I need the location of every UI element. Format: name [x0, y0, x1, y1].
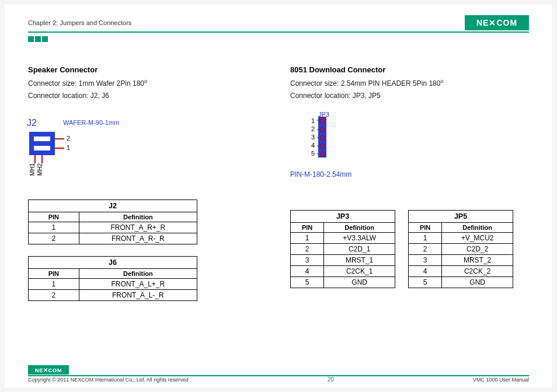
table-jp5-caption: JP5 — [408, 210, 513, 222]
cell: +V3.3ALW — [324, 232, 395, 243]
table-j2-caption: J2 — [28, 200, 197, 212]
table-row: 4C2CK_1 — [291, 265, 395, 276]
table-row: PIN Definition — [291, 222, 395, 232]
mh1-label: MH1 — [29, 163, 36, 176]
cell: 4 — [291, 265, 324, 276]
cell: FRONT_A_R-_R — [79, 233, 197, 244]
download-connector-title: 8051 Download Connector — [290, 65, 529, 74]
table-jp3-caption: JP3 — [290, 210, 395, 222]
decor-squares — [28, 36, 529, 42]
svg-text:1: 1 — [67, 144, 70, 151]
speaker-size: Connector size: 1mm Wafer 2Pin 180o — [28, 78, 267, 89]
cell: FRONT_A_L-_R — [79, 289, 197, 300]
cell: 1 — [291, 232, 324, 243]
j2-diagram: J2 WAFER-M-90-1mm 2 1 MH1 — [28, 118, 267, 188]
col-def: Definition — [79, 268, 197, 278]
cell: GND — [324, 276, 395, 288]
table-row: 1+V_MCU2 — [409, 232, 513, 243]
cell: +V_MCU2 — [442, 232, 513, 243]
cell: C2CK_1 — [324, 265, 395, 276]
table-row: 3MRST_2 — [409, 254, 513, 265]
left-tables: J2 PIN Definition 1FRONT_A_R+_R 2FRONT_A… — [28, 200, 197, 301]
download-location: Connector location: JP3, JP5 — [290, 91, 529, 101]
table-row: 2C2D_2 — [409, 243, 513, 254]
table-row: 1+V3.3ALW — [291, 232, 395, 243]
table-row: 2FRONT_A_L-_R — [29, 289, 197, 300]
cell: 2 — [409, 243, 442, 254]
col-def: Definition — [442, 222, 513, 232]
footer: NE✕COM Copyright © 2011 NEXCOM Internati… — [28, 365, 529, 383]
left-column: Speaker Connector Connector size: 1mm Wa… — [28, 65, 267, 301]
download-size: Connector size: 2.54mm PIN HEADER 5Pin 1… — [290, 78, 529, 89]
table-row: PIN Definition — [29, 212, 197, 222]
cell: GND — [442, 276, 513, 288]
col-pin: PIN — [29, 212, 79, 222]
header-rule — [28, 32, 529, 33]
svg-text:2: 2 — [67, 135, 70, 142]
col-pin: PIN — [29, 268, 79, 278]
pin-num: 3 — [309, 133, 315, 141]
brand-text: NE✕COM — [476, 18, 517, 27]
content: Speaker Connector Connector size: 1mm Wa… — [28, 65, 529, 301]
degree-symbol: o — [440, 78, 443, 84]
table-j2: J2 PIN Definition 1FRONT_A_R+_R 2FRONT_A… — [28, 200, 197, 244]
svg-rect-2 — [34, 146, 50, 150]
download-size-text: Connector size: 2.54mm PIN HEADER 5Pin 1… — [290, 79, 440, 88]
speaker-location: Connector location: J2, J6 — [28, 91, 267, 101]
cell: 3 — [291, 254, 324, 265]
jp3-connector-icon — [317, 117, 335, 163]
page: Chapter 2: Jumpers and Connectors NE✕COM… — [5, 5, 552, 387]
pin-num: 4 — [309, 141, 315, 149]
chapter-label: Chapter 2: Jumpers and Connectors — [28, 19, 131, 26]
j2-part-label: WAFER-M-90-1mm — [63, 119, 119, 126]
col-pin: PIN — [409, 222, 442, 232]
manual-name: VMC 1000 User Manual — [473, 377, 529, 383]
footer-logo: NE✕COM — [28, 365, 69, 374]
table-jp3: JP3 PIN Definition 1+V3.3ALW 2C2D_1 3MRS… — [290, 210, 395, 288]
jp3-part-label: PIN-M-180-2.54mm — [290, 170, 351, 178]
table-row: 5GND — [409, 276, 513, 288]
cell: MRST_2 — [442, 254, 513, 265]
table-row: 4C2CK_2 — [409, 265, 513, 276]
cell: FRONT_A_L+_R — [79, 278, 197, 289]
right-column: 8051 Download Connector Connector size: … — [290, 65, 529, 301]
col-def: Definition — [324, 222, 395, 232]
table-row: 5GND — [291, 276, 395, 288]
table-row: PIN Definition — [409, 222, 513, 232]
cell: 2 — [29, 289, 79, 300]
cell: 3 — [409, 254, 442, 265]
table-row: PIN Definition — [29, 268, 197, 278]
table-row: 2C2D_1 — [291, 243, 395, 254]
footer-row: Copyright © 2011 NEXCOM International Co… — [28, 376, 529, 383]
copyright-text: Copyright © 2011 NEXCOM International Co… — [28, 377, 189, 383]
table-row: 2FRONT_A_R-_R — [29, 233, 197, 244]
cell: 1 — [29, 278, 79, 289]
cell: 2 — [291, 243, 324, 254]
col-pin: PIN — [291, 222, 324, 232]
cell: C2D_2 — [442, 243, 513, 254]
top-header: Chapter 2: Jumpers and Connectors NE✕COM — [28, 15, 529, 30]
svg-rect-1 — [34, 136, 50, 141]
table-jp5: JP5 PIN Definition 1+V_MCU2 2C2D_2 3MRST… — [408, 210, 513, 288]
right-tables: JP3 PIN Definition 1+V3.3ALW 2C2D_1 3MRS… — [290, 198, 529, 288]
cell: C2CK_2 — [442, 265, 513, 276]
page-number: 20 — [328, 376, 334, 383]
svg-rect-0 — [29, 132, 55, 155]
col-def: Definition — [79, 212, 197, 222]
cell: C2D_1 — [324, 243, 395, 254]
cell: 2 — [29, 233, 79, 244]
mh-labels: MH1 MH2 — [29, 163, 43, 176]
cell: 1 — [29, 222, 79, 233]
table-row: 1FRONT_A_R+_R — [29, 222, 197, 233]
pin-num: 5 — [309, 149, 315, 158]
jp3-pin-numbers: 1 2 3 4 5 — [309, 117, 315, 158]
cell: 4 — [409, 265, 442, 276]
cell: 5 — [291, 276, 324, 288]
jp3-diagram: JP3 1 2 3 4 5 — [290, 118, 529, 188]
pin-num: 2 — [309, 125, 315, 133]
table-row: 3MRST_1 — [291, 254, 395, 265]
pin-num: 1 — [309, 117, 315, 125]
table-j6: J6 PIN Definition 1FRONT_A_L+_R 2FRONT_A… — [28, 256, 197, 301]
brand-logo: NE✕COM — [465, 15, 529, 30]
cell: 5 — [409, 276, 442, 288]
